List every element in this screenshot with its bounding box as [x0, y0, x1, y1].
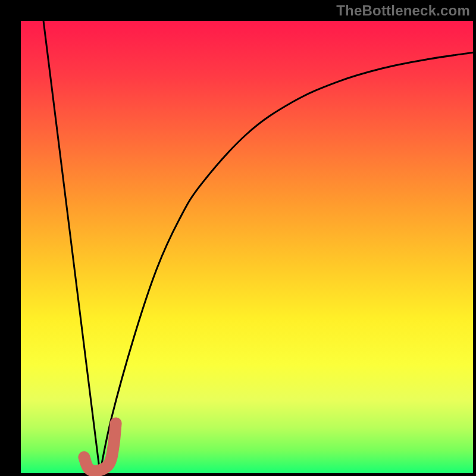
accent-j	[84, 423, 115, 471]
plot-area	[21, 21, 473, 473]
descending-line	[43, 21, 100, 473]
rising-curve	[100, 52, 473, 473]
curve-layer	[21, 21, 473, 473]
watermark-text: TheBottleneck.com	[336, 2, 470, 19]
chart-stage: TheBottleneck.com	[0, 0, 476, 476]
